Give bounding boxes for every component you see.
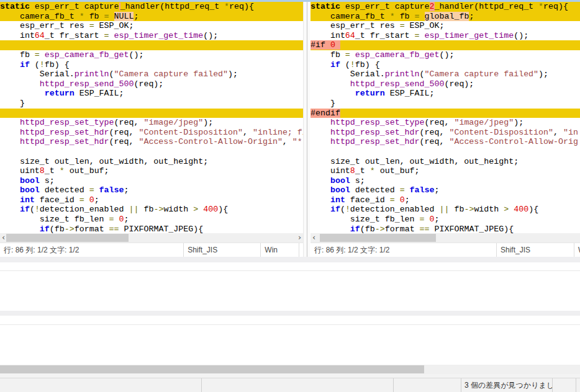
code-line[interactable]: static esp_err_t capture2_handler(httpd_… bbox=[310, 2, 580, 12]
code-token: "image/jpeg" bbox=[143, 118, 203, 127]
code-token: esp_err_t res bbox=[0, 21, 89, 30]
code-line[interactable]: int64_t fr_start = esp_timer_get_time(); bbox=[0, 31, 303, 41]
scrollbar-thumb[interactable] bbox=[0, 365, 424, 373]
detail-pane-body-bottom[interactable] bbox=[0, 325, 580, 365]
code-line[interactable]: } bbox=[310, 99, 580, 109]
code-token: = bbox=[415, 12, 420, 21]
code-line[interactable]: size_t out_len, out_width, out_height; bbox=[0, 157, 303, 167]
code-token bbox=[310, 89, 355, 98]
code-line[interactable]: fb = esp_camera_fb_get(); bbox=[310, 50, 580, 60]
code-token: esp_camera_fb_get bbox=[45, 50, 129, 60]
code-token bbox=[310, 225, 350, 233]
right-horizontal-scrollbar[interactable]: ‹ bbox=[310, 233, 580, 243]
code-line[interactable]: int face_id = 0; bbox=[310, 195, 580, 205]
code-token: = bbox=[420, 215, 425, 224]
code-token: false bbox=[410, 185, 435, 195]
code-line[interactable]: #endif bbox=[310, 109, 580, 118]
code-line[interactable]: Serial.println("Camera capture failed"); bbox=[0, 69, 303, 79]
code-line[interactable]: if(fb->format == PIXFORMAT_JPEG){ bbox=[310, 225, 580, 233]
code-line[interactable]: camera_fb_t * fb = NULL; bbox=[0, 12, 303, 22]
code-token: NULL bbox=[114, 12, 134, 21]
code-token: 0 bbox=[400, 195, 405, 205]
code-line[interactable] bbox=[0, 40, 303, 50]
code-line[interactable] bbox=[310, 147, 580, 157]
code-line[interactable]: if (!fb) { bbox=[310, 60, 580, 70]
code-line[interactable]: static esp_err_t capture_handler(httpd_r… bbox=[0, 2, 303, 12]
code-line[interactable]: esp_err_t res = ESP_OK; bbox=[310, 21, 580, 31]
code-line[interactable]: if (!fb) { bbox=[0, 60, 303, 70]
code-line[interactable]: httpd_resp_set_hdr(req, "Access-Control-… bbox=[310, 137, 580, 147]
code-line[interactable]: uint8_t * out_buf; bbox=[310, 166, 580, 176]
code-line[interactable]: return ESP_FAIL; bbox=[0, 89, 303, 99]
right-code-area[interactable]: static esp_err_t capture2_handler(httpd_… bbox=[310, 2, 580, 233]
code-token: (req, bbox=[425, 118, 455, 127]
code-token: ESP_OK; bbox=[94, 21, 134, 30]
code-token: (); bbox=[203, 31, 218, 40]
code-line[interactable]: httpd_resp_set_hdr(req, "Access-Control-… bbox=[0, 137, 303, 147]
detail-horizontal-scrollbar[interactable] bbox=[0, 365, 580, 374]
code-token: (fb bbox=[50, 225, 65, 233]
code-line[interactable]: httpd_resp_set_hdr(req, "Content-Disposi… bbox=[0, 128, 303, 138]
code-token: fb) { bbox=[45, 60, 70, 69]
code-line[interactable]: Serial.println("Camera capture failed"); bbox=[310, 69, 580, 79]
code-token: if bbox=[330, 205, 340, 214]
code-line[interactable]: if(!detection_enabled || fb->width > 400… bbox=[310, 205, 580, 215]
code-line[interactable]: bool detected = false; bbox=[0, 185, 303, 195]
detail-pane-body-top[interactable] bbox=[0, 271, 580, 311]
scroll-right-arrow-icon[interactable]: › bbox=[296, 233, 303, 243]
code-line[interactable]: #if 0 bbox=[310, 40, 580, 50]
detail-pane-line-bottom[interactable] bbox=[0, 316, 580, 325]
code-token: * bbox=[79, 12, 84, 21]
code-line[interactable]: httpd_resp_set_hdr(req, "Content-Disposi… bbox=[310, 128, 580, 138]
left-code-area[interactable]: static esp_err_t capture_handler(httpd_r… bbox=[0, 2, 303, 233]
code-token bbox=[405, 185, 410, 195]
code-token bbox=[0, 60, 20, 69]
code-line[interactable]: return ESP_FAIL; bbox=[310, 89, 580, 99]
code-line[interactable]: if(fb->format == PIXFORMAT_JPEG){ bbox=[0, 225, 303, 233]
code-token: -> bbox=[464, 205, 474, 214]
code-token: bool bbox=[330, 185, 350, 195]
code-token: ! bbox=[35, 205, 40, 214]
code-line[interactable]: int face_id = 0; bbox=[0, 195, 303, 205]
code-line[interactable] bbox=[0, 109, 303, 118]
code-line[interactable]: int64_t fr_start = esp_timer_get_time(); bbox=[310, 31, 580, 41]
code-line[interactable]: httpd_resp_send_500(req); bbox=[0, 79, 303, 89]
code-line[interactable]: httpd_resp_send_500(req); bbox=[310, 79, 580, 89]
scroll-left-arrow-icon[interactable]: ‹ bbox=[310, 233, 317, 243]
detail-pane-line-top[interactable] bbox=[0, 263, 580, 271]
code-token: int bbox=[20, 195, 35, 205]
code-token: (req, bbox=[109, 137, 139, 146]
code-line[interactable] bbox=[0, 147, 303, 157]
code-line[interactable]: httpd_resp_set_type(req, "image/jpeg"); bbox=[310, 118, 580, 128]
code-token: = bbox=[400, 21, 405, 30]
code-token: httpd_resp_set_hdr bbox=[20, 128, 109, 137]
code-token: _handler(httpd_req_t bbox=[435, 2, 539, 11]
diff-viewer-window: static esp_err_t capture_handler(httpd_r… bbox=[0, 0, 580, 392]
scrollbar-thumb[interactable] bbox=[320, 234, 436, 242]
code-line[interactable]: } bbox=[0, 99, 303, 109]
code-line[interactable]: bool s; bbox=[0, 176, 303, 186]
status-cell-empty bbox=[0, 378, 202, 392]
code-line[interactable]: size_t fb_len = 0; bbox=[0, 215, 303, 225]
code-line[interactable]: esp_err_t res = ESP_OK; bbox=[0, 21, 303, 31]
code-line[interactable]: size_t out_len, out_width, out_height; bbox=[310, 157, 580, 167]
pane-splitter[interactable] bbox=[303, 2, 310, 257]
scrollbar-thumb[interactable] bbox=[6, 234, 129, 242]
code-line[interactable]: size_t fb_len = 0; bbox=[310, 215, 580, 225]
code-line[interactable]: httpd_resp_set_type(req, "image/jpeg"); bbox=[0, 118, 303, 128]
code-line[interactable]: if(!detection_enabled || fb->width > 400… bbox=[0, 205, 303, 215]
code-token: = bbox=[109, 215, 114, 224]
code-line[interactable]: fb = esp_camera_fb_get(); bbox=[0, 50, 303, 60]
code-token bbox=[109, 31, 114, 40]
code-line[interactable]: bool detected = false; bbox=[310, 185, 580, 195]
code-token: format bbox=[385, 225, 420, 233]
code-token: fb bbox=[84, 12, 104, 21]
eol-style-label: Win bbox=[261, 243, 299, 257]
left-horizontal-scrollbar[interactable]: ‹ › bbox=[0, 233, 303, 243]
code-line[interactable]: camera_fb_t * fb = global_fb; bbox=[310, 12, 580, 22]
code-line[interactable]: uint8_t * out_buf; bbox=[0, 166, 303, 176]
code-token: _t fr_start bbox=[355, 31, 415, 40]
code-token: 2 bbox=[430, 2, 435, 11]
code-token bbox=[0, 225, 40, 233]
code-line[interactable]: bool s; bbox=[310, 176, 580, 186]
